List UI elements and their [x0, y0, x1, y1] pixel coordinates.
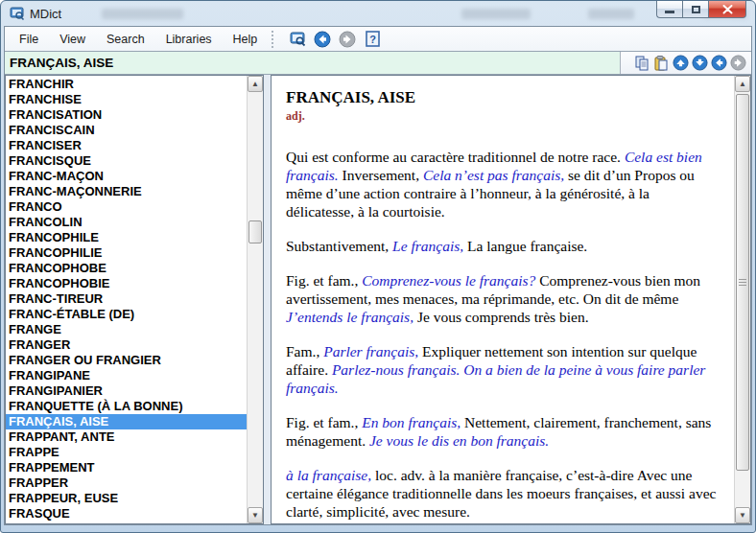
list-item[interactable]: FRANCISER: [6, 138, 247, 153]
list-item[interactable]: FRANÇAIS, AISE: [6, 414, 247, 429]
list-item[interactable]: FRAPPANT, ANTE: [6, 429, 247, 445]
glass-artifact: [588, 9, 634, 19]
list-item[interactable]: FRANGE: [6, 322, 247, 337]
text-segment: à la française,: [286, 467, 371, 483]
menu-items: FileViewSearchLibrariesHelp: [5, 28, 268, 51]
definition-paragraph: Substantivement, Le français, La langue …: [286, 237, 721, 255]
text-segment: Comprenez-vous le français?: [362, 272, 535, 289]
definition-body: Qui est conforme au caractère traditionn…: [286, 148, 721, 521]
dictionary-lookup-icon[interactable]: [288, 30, 307, 49]
window-title: MDict: [30, 7, 61, 21]
scrollbar-track[interactable]: [735, 92, 750, 507]
text-segment: Parlez-nous français. On a bien de la pe…: [286, 361, 705, 396]
scrollbar-down-arrow-icon[interactable]: ▼: [248, 507, 263, 523]
scrollbar-thumb[interactable]: [248, 220, 262, 243]
text-segment: Inversement,: [339, 167, 423, 183]
close-button[interactable]: [709, 1, 746, 18]
scrollbar-thumb[interactable]: [736, 94, 749, 471]
definition-paragraph: Fig. et fam., Comprenez-vous le français…: [286, 271, 721, 326]
maximize-icon: [692, 6, 700, 13]
text-segment: J’entends le français,: [286, 309, 413, 325]
toolbar-gripper[interactable]: [272, 31, 277, 48]
mdict-window: MDict FileViewSearchLibrariesHelp: [0, 0, 756, 533]
menu-item-libraries[interactable]: Libraries: [155, 28, 223, 51]
list-item[interactable]: FRANCISQUE: [6, 153, 247, 169]
list-item[interactable]: FRAPPEUR, EUSE: [6, 491, 247, 506]
list-item[interactable]: FRANCOPHILE: [6, 230, 247, 245]
scrollbar-down-arrow-icon[interactable]: ▼: [735, 507, 750, 523]
svg-text:?: ?: [369, 34, 376, 45]
list-item[interactable]: FRANC-ÉTABLE (DE): [6, 307, 247, 322]
copy-icon[interactable]: [633, 55, 651, 72]
text-segment: Parler français,: [323, 343, 418, 359]
minimize-button[interactable]: [656, 1, 682, 18]
menu-item-search[interactable]: Search: [96, 28, 155, 51]
scrollbar-up-arrow-icon[interactable]: ▲: [735, 76, 750, 92]
glass-artifact: [461, 9, 531, 19]
mdict-app-icon: [10, 6, 25, 21]
word-list-scrollbar[interactable]: ▲ ▼: [247, 76, 263, 523]
list-item[interactable]: FRANCOPHOBE: [6, 261, 247, 276]
list-item[interactable]: FRANC-TIREUR: [6, 291, 247, 307]
result-toolbar: [620, 52, 751, 74]
menu-bar: FileViewSearchLibrariesHelp: [5, 27, 751, 52]
forward-icon[interactable]: [338, 30, 357, 49]
text-segment: Je vous le dis en bon français.: [369, 432, 549, 449]
list-item[interactable]: FRANCHISE: [6, 92, 247, 107]
paste-icon[interactable]: [652, 55, 671, 72]
list-item[interactable]: FRANGIPANE: [6, 368, 247, 383]
text-segment: En bon français,: [362, 414, 461, 430]
scrollbar-track[interactable]: [248, 92, 263, 507]
text-segment: Substantivement,: [286, 238, 392, 254]
definition-panel: FRANÇAIS, AISE adj. Qui est conforme au …: [271, 75, 751, 524]
list-item[interactable]: FRANCOPHOBIE: [6, 276, 247, 291]
definition-scrollbar[interactable]: ▲ ▼: [734, 76, 750, 523]
menu-item-file[interactable]: File: [9, 28, 49, 51]
list-item[interactable]: FRANCHIR: [6, 77, 247, 92]
list-item[interactable]: FRANCISATION: [6, 107, 247, 123]
text-segment: Le français,: [392, 238, 463, 254]
text-segment: Cela n’est pas français,: [423, 167, 564, 183]
window-controls: [656, 1, 746, 18]
word-list-panel: FRANCHIRFRANCHISEFRANCISATIONFRANCISCAIN…: [5, 75, 264, 524]
panel-splitter[interactable]: [264, 75, 271, 524]
menu-item-view[interactable]: View: [49, 28, 96, 51]
menu-item-help[interactable]: Help: [223, 28, 269, 51]
title-bar[interactable]: MDict: [1, 1, 755, 26]
list-item[interactable]: FRAPPEMENT: [6, 460, 247, 475]
text-segment: La langue française.: [463, 238, 587, 254]
scrollbar-up-arrow-icon[interactable]: ▲: [248, 76, 263, 92]
list-item[interactable]: FRASQUE: [6, 506, 247, 521]
list-item[interactable]: FRANCISCAIN: [6, 123, 247, 138]
nav-forward-icon[interactable]: [729, 55, 747, 72]
help-icon[interactable]: ?: [363, 30, 382, 49]
part-of-speech: adj.: [286, 107, 721, 126]
text-segment: Fig. et fam.,: [286, 414, 362, 430]
list-item[interactable]: FRANCOPHILIE: [6, 245, 247, 261]
list-item[interactable]: FRAPPER: [6, 475, 247, 491]
list-item[interactable]: FRANGER: [6, 337, 247, 353]
definition-paragraph: Fig. et fam., En bon français, Nettement…: [286, 413, 721, 450]
search-input[interactable]: [5, 52, 620, 74]
list-item[interactable]: FRATER: [6, 521, 247, 523]
list-item[interactable]: FRANGER OU FRANGIER: [6, 353, 247, 368]
list-item[interactable]: FRAPPE: [6, 445, 247, 460]
list-item[interactable]: FRANCOLIN: [6, 215, 247, 230]
word-list: FRANCHIRFRANCHISEFRANCISATIONFRANCISCAIN…: [6, 76, 247, 523]
scroll-down-icon[interactable]: [691, 55, 709, 72]
list-item[interactable]: FRANCO: [6, 199, 247, 215]
list-item[interactable]: FRANC-MAÇON: [6, 169, 247, 184]
definition-paragraph: Fam., Parler français, Expliquer netteme…: [286, 342, 721, 397]
scroll-up-icon[interactable]: [672, 55, 690, 72]
close-icon: [722, 5, 733, 14]
list-item[interactable]: FRANGIPANIER: [6, 383, 247, 399]
text-segment: Je vous comprends très bien.: [413, 309, 589, 325]
maximize-button[interactable]: [682, 1, 709, 18]
list-item[interactable]: FRANQUETTE (À LA BONNE): [6, 399, 247, 414]
definition-paragraph: à la française, loc. adv. à la manière f…: [286, 466, 721, 521]
client-area: FileViewSearchLibrariesHelp: [4, 26, 752, 525]
nav-back-icon[interactable]: [710, 55, 728, 72]
list-item[interactable]: FRANC-MAÇONNERIE: [6, 184, 247, 199]
back-icon[interactable]: [313, 30, 332, 49]
search-row: [5, 52, 751, 75]
